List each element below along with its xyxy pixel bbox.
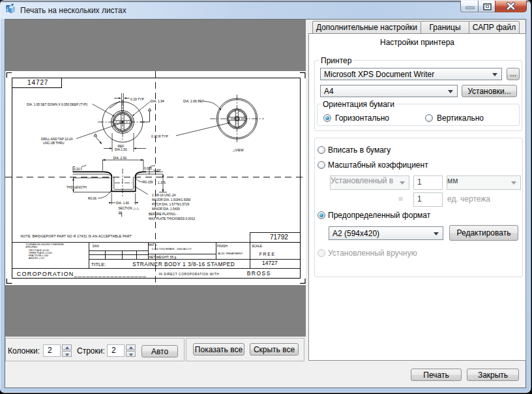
svg-text:R0.159: R0.159 — [143, 181, 153, 184]
svg-text:DIA.1.50: DIA.1.50 — [115, 148, 127, 151]
svg-text:0.005: 0.005 — [144, 167, 152, 170]
svg-text:DIA. 2.66 REF: DIA. 2.66 REF — [183, 99, 204, 103]
svg-text:71792: 71792 — [270, 234, 288, 241]
svg-text:NET WEIGHT: 55 g: NET WEIGHT: 55 g — [149, 256, 177, 259]
svg-text:ANGLES +/-1/2°: ANGLES +/-1/2° — [29, 257, 45, 260]
svg-text:DIA. 1.60: DIA. 1.60 — [116, 202, 129, 205]
svg-text:0.12 R TYP: 0.12 R TYP — [151, 134, 168, 138]
svg-text:△VIEW: △VIEW — [233, 148, 244, 152]
svg-text:MINOR DIA. 1.5439: MINOR DIA. 1.5439 — [152, 207, 180, 211]
svg-text:THD LENGTH: THD LENGTH — [66, 186, 87, 189]
svg-text:UNC-2B THRU: UNC-2B THRU — [43, 142, 65, 145]
svg-text:14727: 14727 — [262, 260, 278, 266]
svg-text:0.050 T050 BRASS - 2600 ALLOY: 0.050 T050 BRASS - 2600 ALLOY — [152, 247, 192, 250]
svg-text:MAT'L:: MAT'L: — [149, 243, 158, 247]
svg-text:IN DIRECT COROPORATION WITH: IN DIRECT COROPORATION WITH — [158, 273, 219, 276]
svg-text:ACID TREATMENT: ACID TREATMENT — [218, 252, 243, 255]
svg-text:SCALE:: SCALE: — [252, 245, 263, 248]
svg-text:BEFORE PLATING -: BEFORE PLATING - — [149, 213, 178, 216]
svg-text:DIA. 2.91: DIA. 2.91 — [113, 156, 127, 160]
svg-text:DIA. 1.94: DIA. 1.94 — [151, 99, 164, 103]
svg-text:MAX PLATE THICKNESS 0.0012: MAX PLATE THICKNESS 0.0012 — [149, 217, 196, 220]
svg-text:NOTE: BRIDGEPORT PART NO R 174: NOTE: BRIDGEPORT PART NO R 17431 IS AN A… — [20, 234, 132, 238]
svg-text:COROPORATION__________________: COROPORATION__________________ — [17, 271, 147, 277]
svg-text:FINISH:: FINISH: — [217, 245, 228, 248]
svg-text:PITCH DIA. 1.5779/1.5729: PITCH DIA. 1.5779/1.5729 — [152, 203, 189, 206]
svg-text:SECTION △-△: SECTION △-△ — [119, 207, 140, 210]
svg-text:DIA. 1.65 SET DOWN X 0.050 DEE: DIA. 1.65 SET DOWN X 0.050 DEEP (TYP) — [27, 103, 88, 106]
svg-text:R0.06: R0.06 — [88, 197, 96, 200]
svg-text:14727: 14727 — [27, 79, 48, 86]
svg-text:BROSS: BROSS — [247, 270, 271, 277]
svg-text:TITLE:: TITLE: — [91, 262, 106, 267]
svg-text:DAN: DAN — [93, 245, 99, 248]
svg-text:1.375: 1.375 — [158, 181, 166, 185]
svg-text:MAJOR DIA. 1.9194/1.9090: MAJOR DIA. 1.9194/1.9090 — [152, 198, 191, 202]
svg-text:FREE: FREE — [259, 252, 276, 256]
svg-text:DRILL AND TAP 10-24: DRILL AND TAP 10-24 — [41, 138, 73, 141]
svg-text:0.19 TYP: 0.19 TYP — [130, 97, 144, 101]
svg-text:STRAINER BODY 1 3/8-16 STAMPED: STRAINER BODY 1 3/8-16 STAMPED — [132, 261, 235, 267]
svg-text:0.20: 0.20 — [74, 168, 80, 171]
